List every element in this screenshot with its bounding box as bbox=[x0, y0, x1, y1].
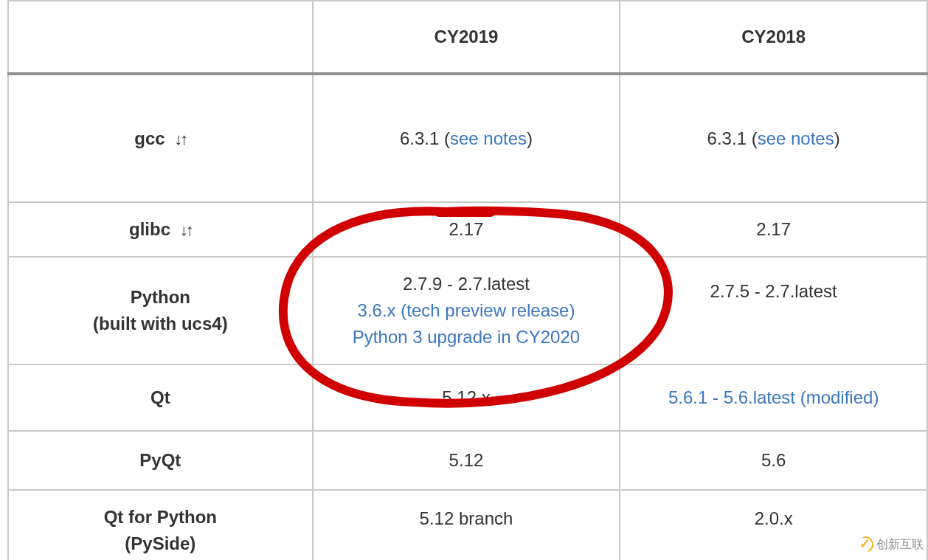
row-gcc: gcc ↓↑ 6.3.1 (see notes) 6.3.1 (see note… bbox=[8, 74, 927, 202]
see-notes-link[interactable]: see notes bbox=[450, 128, 527, 148]
label-line2: (PySide) bbox=[125, 533, 195, 553]
label-line1: Python bbox=[131, 287, 190, 307]
header-cy2018[interactable]: CY2018 bbox=[620, 1, 927, 74]
cell-text: 6.3.1 ( bbox=[707, 128, 758, 148]
row-glibc-cy2019: 2.17 bbox=[313, 202, 620, 257]
row-qt-label: Qt bbox=[8, 364, 313, 431]
row-gcc-cy2018: 6.3.1 (see notes) bbox=[620, 74, 927, 202]
label-line1: Qt for Python bbox=[104, 507, 217, 527]
row-glibc-label[interactable]: glibc ↓↑ bbox=[8, 202, 313, 257]
watermark-text: 创新互联 bbox=[876, 537, 924, 553]
label-line2: (built with ucs4) bbox=[93, 314, 228, 333]
row-gcc-cy2019: 6.3.1 (see notes) bbox=[313, 74, 620, 202]
cell-text: ) bbox=[527, 128, 533, 148]
row-glibc-cy2018: 2.17 bbox=[620, 202, 927, 257]
row-python-cy2019: 2.7.9 - 2.7.latest 3.6.x (tech preview r… bbox=[313, 257, 620, 364]
row-pyqt: PyQt 5.12 5.6 bbox=[8, 431, 927, 490]
row-pyqt-cy2019: 5.12 bbox=[313, 431, 620, 490]
row-pyside: Qt for Python (PySide) 5.12 branch 2.0.x bbox=[8, 490, 927, 560]
table-header-row: CY2019 CY2018 bbox=[8, 1, 927, 74]
cell-line2[interactable]: 3.6.x (tech preview release) bbox=[358, 300, 575, 320]
header-cy2019[interactable]: CY2019 bbox=[313, 1, 620, 74]
row-qt: Qt 5.12.x 5.6.1 - 5.6.latest (modified) bbox=[8, 364, 927, 431]
header-label bbox=[8, 1, 313, 74]
row-pyside-label: Qt for Python (PySide) bbox=[8, 490, 313, 560]
row-pyqt-cy2018: 5.6 bbox=[620, 431, 927, 490]
row-pyqt-label: PyQt bbox=[8, 431, 313, 490]
row-python-label: Python (built with ucs4) bbox=[8, 257, 313, 364]
row-pyside-cy2019: 5.12 branch bbox=[313, 490, 620, 560]
row-python-cy2018: 2.7.5 - 2.7.latest bbox=[620, 257, 927, 364]
row-gcc-label[interactable]: gcc ↓↑ bbox=[8, 74, 313, 202]
see-notes-link[interactable]: see notes bbox=[758, 128, 834, 148]
cell-line1: 2.7.9 - 2.7.latest bbox=[403, 274, 530, 294]
watermark: 创新互联 bbox=[857, 536, 924, 553]
row-glibc: glibc ↓↑ 2.17 2.17 bbox=[8, 202, 927, 257]
watermark-icon bbox=[857, 536, 873, 553]
compat-table: CY2019 CY2018 gcc ↓↑ 6.3.1 (see notes) 6… bbox=[7, 0, 928, 560]
label-text: glibc bbox=[129, 219, 170, 239]
cell-text: 6.3.1 ( bbox=[400, 128, 450, 148]
row-qt-cy2019: 5.12.x bbox=[313, 364, 620, 431]
qt-modified-link[interactable]: 5.6.1 - 5.6.latest (modified) bbox=[668, 387, 879, 407]
cell-text: ) bbox=[834, 128, 840, 148]
row-qt-cy2018: 5.6.1 - 5.6.latest (modified) bbox=[620, 364, 927, 431]
row-python: Python (built with ucs4) 2.7.9 - 2.7.lat… bbox=[8, 257, 927, 364]
sort-icon[interactable]: ↓↑ bbox=[180, 221, 192, 239]
cell-line3[interactable]: Python 3 upgrade in CY2020 bbox=[353, 327, 580, 347]
sort-icon[interactable]: ↓↑ bbox=[174, 130, 186, 148]
label-text: gcc bbox=[134, 128, 165, 148]
